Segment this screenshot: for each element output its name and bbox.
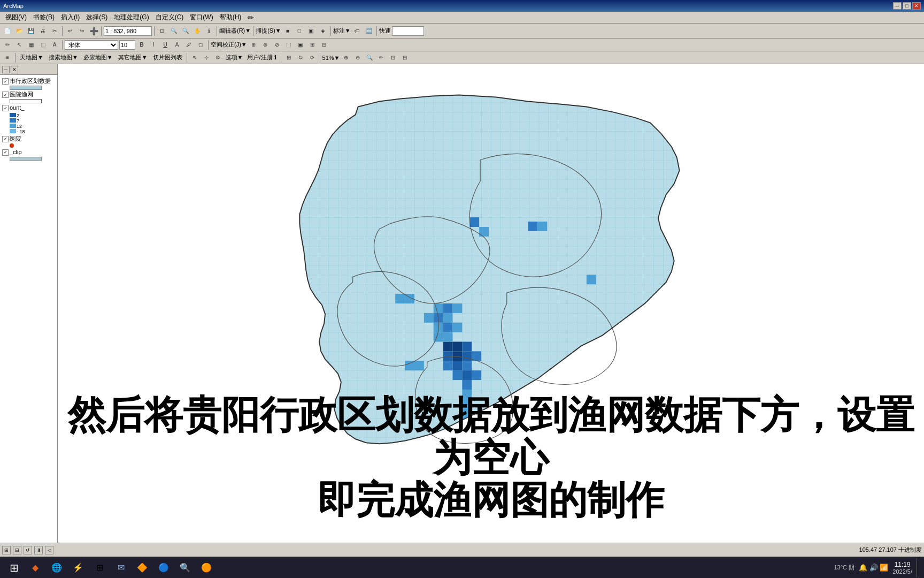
zoom-tools-2[interactable]: ⊖	[352, 52, 363, 63]
sc-btn-6[interactable]: ⊞	[307, 40, 318, 50]
capture-dropdown[interactable]: 捕捉(S)▼	[256, 27, 281, 35]
bold-btn[interactable]: B	[136, 40, 147, 50]
quick-input[interactable]	[392, 26, 424, 36]
taskbar-start[interactable]: ⊞	[4, 558, 24, 577]
tile-list[interactable]: 切片图列表	[151, 53, 184, 62]
save-button[interactable]: 💾	[26, 26, 36, 36]
zoom-tools-5[interactable]: ⊡	[388, 52, 398, 63]
menu-select[interactable]: 选择(S)	[83, 12, 111, 23]
label-dropdown[interactable]: 标注▼	[333, 27, 351, 35]
editor-dropdown[interactable]: 编辑器(R)▼	[219, 27, 251, 35]
taskbar-mail[interactable]: ✉	[111, 558, 130, 577]
layout-btn-5[interactable]: ◁	[45, 546, 53, 554]
cut-button[interactable]: ✂	[49, 26, 60, 36]
option-dropdown-btn[interactable]: ⚙	[213, 52, 224, 63]
font-color-btn[interactable]: A	[172, 40, 182, 50]
font-size-input[interactable]	[119, 40, 135, 50]
italic-btn[interactable]: I	[148, 40, 159, 50]
redo-button[interactable]: ↪	[76, 26, 87, 36]
refresh-btn[interactable]: ⟳	[307, 52, 318, 63]
minimize-button[interactable]: ─	[893, 2, 902, 10]
toc-btn[interactable]: ≡	[2, 52, 13, 63]
menu-edit-icon[interactable]: ✏	[244, 12, 257, 23]
capture-btn-2[interactable]: □	[294, 26, 305, 36]
show-desktop-btn[interactable]	[917, 558, 920, 577]
scale-input[interactable]: 1 : 832, 980	[104, 26, 152, 36]
label-btn-2[interactable]: 🔤	[364, 26, 374, 36]
sc-btn-2[interactable]: ⊗	[260, 40, 271, 50]
label-btn-1[interactable]: 🏷	[352, 26, 363, 36]
font-select[interactable]: 宋体	[65, 40, 118, 50]
layer-checkbox-1[interactable]: ✓	[2, 78, 9, 85]
maximize-button[interactable]: □	[903, 2, 911, 10]
zoom-tools-1[interactable]: ⊕	[341, 52, 351, 63]
taskbar-app4[interactable]: ⊞	[90, 558, 109, 577]
taskbar-app9[interactable]: 🟠	[197, 558, 216, 577]
basemap-search[interactable]: 搜索地图▼	[47, 53, 80, 62]
draw-btn[interactable]: ✏	[2, 40, 13, 50]
basemap-bing[interactable]: 必应地图▼	[81, 53, 115, 62]
collapse-icon[interactable]: ─	[2, 66, 10, 73]
pointer-btn[interactable]: ↖	[14, 40, 25, 50]
zoom-in-button[interactable]: 🔍	[168, 26, 179, 36]
layout-btn-1[interactable]: ⊞	[2, 546, 11, 554]
layer-checkbox-2[interactable]: ✓	[2, 92, 9, 98]
zoom-tools-3[interactable]: 🔍	[364, 52, 375, 63]
sc-btn-4[interactable]: ⬚	[283, 40, 294, 50]
zoom-out-button[interactable]: 🔍	[180, 26, 191, 36]
taskbar-edge[interactable]: 🌐	[47, 558, 66, 577]
text-btn[interactable]: A	[49, 40, 60, 50]
layers-btn[interactable]: ⊞	[283, 52, 294, 63]
add-data-button[interactable]: ➕	[88, 26, 99, 36]
basemap-tiandi[interactable]: 天地图▼	[18, 53, 45, 62]
zoom-tools-6[interactable]: ⊟	[399, 52, 410, 63]
select-arrow-btn[interactable]: ⊹	[201, 52, 212, 63]
quick-dropdown[interactable]: 快速	[379, 27, 391, 35]
menu-bookmark[interactable]: 书签(B)	[30, 12, 58, 23]
sync-btn[interactable]: ↻	[295, 52, 306, 63]
capture-btn-4[interactable]: ◈	[318, 26, 328, 36]
layout-btn-2[interactable]: ⊟	[13, 546, 21, 554]
menu-view[interactable]: 视图(V)	[2, 12, 30, 23]
undo-button[interactable]: ↩	[65, 26, 75, 36]
map-canvas[interactable]: ⟲	[58, 64, 924, 543]
taskbar-app6[interactable]: 🔶	[133, 558, 152, 577]
taskbar-app7[interactable]: 🔵	[154, 558, 173, 577]
basemap-other[interactable]: 其它地图▼	[116, 53, 150, 62]
list-item[interactable]: ✓ ount_ 2 7 12	[2, 104, 55, 134]
menu-window[interactable]: 窗口(W)	[187, 12, 216, 23]
menu-customize[interactable]: 自定义(C)	[152, 12, 187, 23]
print-button[interactable]: 🖨	[37, 26, 48, 36]
identify-button[interactable]: ℹ	[204, 26, 214, 36]
pan-button[interactable]: ✋	[192, 26, 203, 36]
close-button[interactable]: ✕	[912, 2, 921, 10]
layer-checkbox-4[interactable]: ✓	[2, 136, 9, 142]
capture-btn-3[interactable]: ▣	[306, 26, 317, 36]
user-register[interactable]: 用户/注册 ℹ	[245, 53, 278, 62]
menu-help[interactable]: 帮助(H)	[217, 12, 245, 23]
open-button[interactable]: 📂	[14, 26, 25, 36]
select-btn[interactable]: ⬚	[37, 40, 48, 50]
layer-checkbox-3[interactable]: ✓	[2, 105, 9, 111]
list-item[interactable]: ✓ 医院	[2, 135, 55, 148]
sc-btn-3[interactable]: ⊘	[272, 40, 282, 50]
list-item[interactable]: ✓ _clip	[2, 148, 55, 162]
taskbar-search[interactable]: 🔍	[175, 558, 195, 577]
pin-icon[interactable]: ✕	[11, 66, 18, 73]
select-options[interactable]: 选项▼	[225, 53, 244, 62]
zoom-full-button[interactable]: ⊡	[157, 26, 167, 36]
zoom-percent[interactable]: 51%▼	[322, 55, 340, 61]
capture-btn-1[interactable]: ■	[282, 26, 293, 36]
layout-btn-3[interactable]: ↺	[24, 546, 32, 554]
layout-btn-4[interactable]: ⏸	[34, 546, 43, 554]
layer-checkbox-5[interactable]: ✓	[2, 149, 9, 156]
spatial-correction[interactable]: 空间校正(J)▼	[211, 41, 247, 49]
arrow-btn[interactable]: ↖	[189, 52, 200, 63]
list-item[interactable]: ✓ 市行政区划数据	[2, 77, 55, 90]
menu-geoprocessing[interactable]: 地理处理(G)	[111, 12, 152, 23]
sc-btn-7[interactable]: ⊟	[319, 40, 329, 50]
new-button[interactable]: 📄	[2, 26, 13, 36]
menu-insert[interactable]: 插入(I)	[58, 12, 83, 23]
list-item[interactable]: ✓ 医院渔网	[2, 90, 55, 104]
highlight-btn[interactable]: 🖊	[183, 40, 194, 50]
